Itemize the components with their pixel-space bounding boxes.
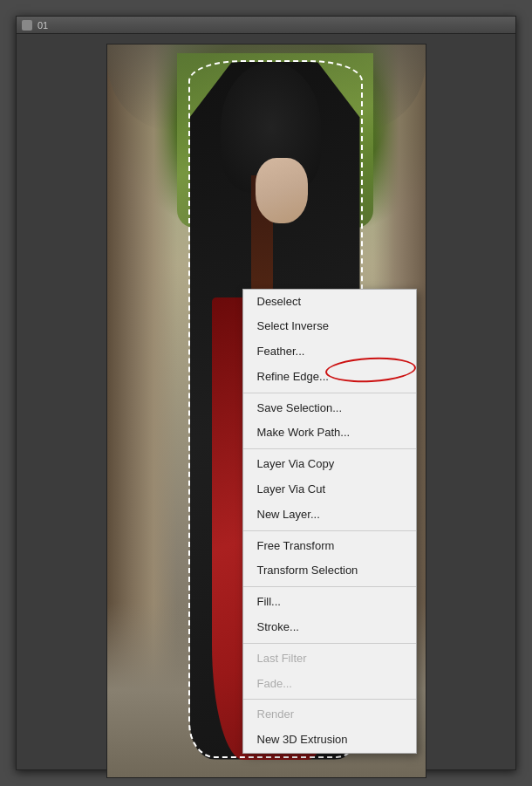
menu-item-stroke[interactable]: Stroke...: [243, 615, 416, 640]
window-content: Deselect Select Inverse Feather... Refin…: [17, 34, 515, 769]
menu-item-new-3d-extrusion[interactable]: New 3D Extrusion: [243, 728, 416, 753]
separator-4: [243, 586, 416, 587]
separator-6: [243, 699, 416, 700]
menu-item-deselect[interactable]: Deselect: [243, 290, 416, 315]
menu-item-transform-selection[interactable]: Transform Selection: [243, 558, 416, 584]
separator-3: [243, 530, 416, 531]
menu-item-last-filter: Last Filter: [243, 646, 416, 672]
menu-item-layer-via-copy[interactable]: Layer Via Copy: [243, 452, 416, 477]
menu-item-make-work-path[interactable]: Make Work Path...: [243, 420, 416, 446]
menu-item-fill[interactable]: Fill...: [243, 590, 416, 615]
canvas-area: Deselect Select Inverse Feather... Refin…: [17, 51, 515, 769]
menu-item-render: Render: [243, 702, 416, 728]
photoshop-window: 01: [16, 16, 516, 770]
menu-item-select-inverse[interactable]: Select Inverse: [243, 314, 416, 339]
separator-1: [243, 393, 416, 393]
menu-item-feather[interactable]: Feather...: [243, 339, 416, 365]
canvas: Deselect Select Inverse Feather... Refin…: [107, 44, 426, 777]
figure-face: [256, 158, 308, 223]
window-icon: [22, 20, 32, 31]
menu-item-new-layer[interactable]: New Layer...: [243, 502, 416, 528]
menu-item-refine-edge[interactable]: Refine Edge...: [243, 365, 416, 390]
title-bar: 01: [17, 17, 515, 34]
separator-2: [243, 448, 416, 449]
menu-item-free-transform[interactable]: Free Transform: [243, 534, 416, 559]
menu-item-save-selection[interactable]: Save Selection...: [243, 396, 416, 421]
menu-item-fade: Fade...: [243, 672, 416, 697]
menu-item-layer-via-cut[interactable]: Layer Via Cut: [243, 477, 416, 502]
context-menu: Deselect Select Inverse Feather... Refin…: [242, 289, 417, 755]
separator-5: [243, 643, 416, 644]
title-bar-text: 01: [38, 20, 48, 31]
